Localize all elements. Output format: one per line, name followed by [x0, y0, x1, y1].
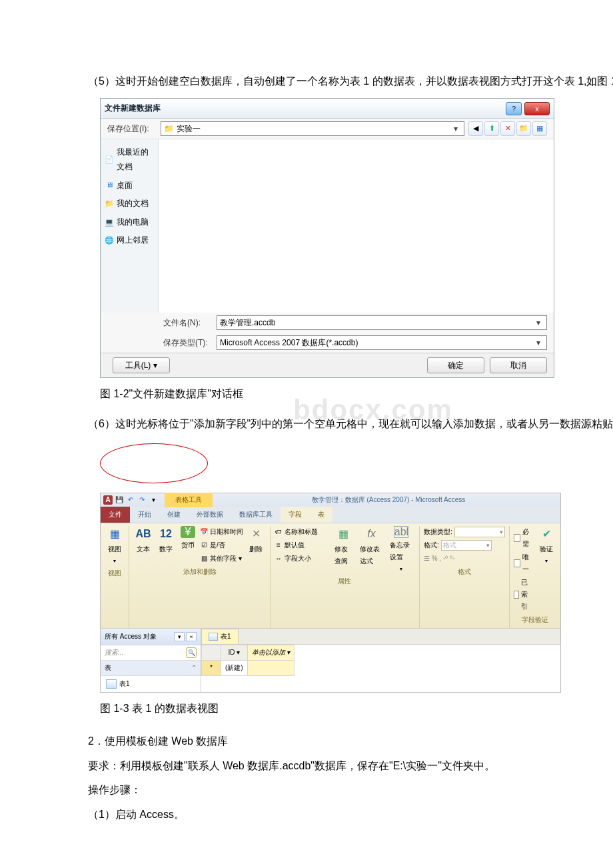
datasheet-area: 表1 ID ▾单击以添加 ▾ *(新建)	[201, 629, 560, 692]
app-title: 教学管理：数据库 (Access 2007) - Microsoft Acces…	[217, 494, 560, 506]
back-icon[interactable]: ◀	[468, 121, 483, 136]
datatype-label: 数据类型:	[424, 526, 452, 538]
nav-dropdown-icon[interactable]: ▾	[174, 632, 185, 641]
save-in-row: 保存位置(I): 📁 实验一 ▾ ◀ ⬆ ✕ 📁 ▦	[101, 119, 554, 139]
delete-field-button[interactable]: ✕删除	[246, 526, 266, 555]
datasheet-grid[interactable]: ID ▾单击以添加 ▾ *(新建)	[201, 645, 295, 676]
number-format-buttons[interactable]: ☰ % , ◦⁰ ⁰◦	[424, 553, 505, 565]
nav-category-tables[interactable]: 表⌃	[101, 661, 201, 676]
contextual-tab-label: 表格工具	[165, 493, 213, 507]
save-in-value: 实验一	[177, 122, 201, 137]
unique-checkbox[interactable]: 唯一	[514, 551, 534, 575]
place-recent[interactable]: 📄我最近的文档	[103, 143, 155, 176]
filename-input[interactable]: 教学管理.accdb▾	[217, 315, 547, 330]
cell-new-id[interactable]: (新建)	[221, 660, 248, 675]
format-label: 格式:	[424, 539, 439, 551]
column-id[interactable]: ID ▾	[221, 645, 248, 660]
modify-lookup-button[interactable]: ▦修改查阅	[332, 526, 355, 567]
tab-table[interactable]: 表	[310, 507, 332, 523]
nav-item-table1[interactable]: 表1	[101, 676, 201, 692]
other-fields-button[interactable]: ▤其他字段 ▾	[200, 553, 243, 565]
more-fields-icon: ▤	[200, 555, 208, 563]
qat-dropdown-icon[interactable]: ▾	[149, 495, 158, 505]
save-in-combo[interactable]: 📁 实验一 ▾	[161, 121, 464, 136]
tab-home[interactable]: 开始	[130, 507, 159, 523]
network-icon: 🌐	[105, 236, 114, 245]
tab-file[interactable]: 文件	[101, 507, 130, 523]
default-icon: ≡	[275, 541, 283, 549]
place-network[interactable]: 🌐网上邻居	[103, 231, 155, 250]
place-mydocs[interactable]: 📁我的文档	[103, 195, 155, 213]
new-row-selector[interactable]: *	[202, 660, 221, 675]
number-icon: 12	[158, 526, 174, 542]
text-field-button[interactable]: AB文本	[133, 526, 153, 555]
close-icon[interactable]: x	[524, 102, 550, 115]
indexed-checkbox[interactable]: 已索引	[514, 577, 534, 613]
places-bar: 📄我最近的文档 🖥桌面 📁我的文档 💻我的电脑 🌐网上邻居	[101, 139, 159, 313]
paragraph-6: （6）这时光标将位于"添加新字段"列中的第一个空单元格中，现在就可以输入添加数据…	[67, 415, 613, 434]
chevron-down-icon[interactable]: ▾	[533, 316, 544, 331]
save-icon[interactable]: 💾	[115, 495, 124, 505]
field-size-button[interactable]: ↔字段大小	[275, 553, 318, 565]
tools-button[interactable]: 工具(L)▾	[113, 357, 170, 373]
datasheet-tab[interactable]: 表1	[201, 629, 239, 644]
views-icon[interactable]: ▦	[532, 121, 547, 136]
new-folder-icon[interactable]: 📁	[516, 121, 531, 136]
yesno-field-button[interactable]: ☑是/否	[200, 539, 243, 551]
currency-field-button[interactable]: ¥货币	[179, 526, 197, 551]
quick-access-toolbar: A 💾 ↶ ↷ ▾	[101, 495, 161, 505]
file-list-area[interactable]	[159, 139, 554, 313]
number-field-button[interactable]: 12数字	[156, 526, 176, 555]
delete-icon[interactable]: ✕	[500, 121, 515, 136]
datetime-field-button[interactable]: 📅日期和时间	[200, 526, 243, 538]
required-checkbox[interactable]: 必需	[514, 526, 534, 550]
currency-icon: ¥	[181, 526, 195, 538]
cancel-button[interactable]: 取消	[490, 357, 547, 373]
chevron-down-icon: ▾	[113, 557, 116, 566]
cell-add-new[interactable]	[247, 660, 295, 675]
validation-button[interactable]: ✔验证▾	[536, 526, 556, 566]
datatype-combo[interactable]: ▾	[454, 527, 505, 537]
name-caption-button[interactable]: 🏷名称和标题	[275, 526, 318, 538]
place-mypc[interactable]: 💻我的电脑	[103, 213, 155, 232]
save-in-label: 保存位置(I):	[107, 122, 157, 137]
modify-expression-button[interactable]: fx修改表达式	[358, 526, 385, 567]
tag-icon: 🏷	[275, 528, 283, 536]
fx-icon: fx	[363, 526, 379, 542]
nav-header[interactable]: 所有 Access 对象▾«	[101, 629, 201, 645]
ribbon-tabs: 文件 开始 创建 外部数据 数据库工具 字段 表	[101, 507, 560, 523]
figure-1-2-caption: 图 1-2"文件新建数据库"对话框	[100, 385, 613, 404]
validation-icon: ✔	[538, 526, 554, 542]
navigation-pane: 所有 Access 对象▾« 搜索...🔍 表⌃ 表1	[101, 629, 201, 692]
access-logo-icon: A	[103, 495, 113, 505]
table-icon	[106, 679, 117, 689]
filetype-combo[interactable]: Microsoft Access 2007 数据库(*.accdb)▾	[217, 335, 547, 350]
tab-create[interactable]: 创建	[159, 507, 189, 523]
ok-button[interactable]: 确定	[427, 357, 484, 373]
search-icon[interactable]: 🔍	[186, 647, 197, 658]
step-1: （1）启动 Access。	[67, 805, 613, 825]
column-add-new[interactable]: 单击以添加 ▾	[247, 645, 295, 660]
memo-settings-button[interactable]: abl备忘录设置▾	[388, 526, 415, 574]
format-combo[interactable]: 格式▾	[441, 540, 492, 551]
section-2-title: 2．使用模板创建 Web 数据库	[67, 732, 613, 751]
mydocs-icon: 📁	[105, 199, 114, 209]
nav-collapse-icon[interactable]: «	[186, 632, 197, 641]
datasheet-view-icon: ▦	[107, 526, 123, 542]
nav-search[interactable]: 搜索...🔍	[101, 645, 201, 661]
dialog-title-bar: 文件新建数据库 ? x	[101, 99, 554, 119]
redo-icon[interactable]: ↷	[137, 495, 147, 505]
tab-fields[interactable]: 字段	[281, 507, 310, 523]
up-icon[interactable]: ⬆	[484, 121, 499, 136]
tab-dbtools[interactable]: 数据库工具	[231, 507, 281, 523]
chevron-down-icon[interactable]: ▾	[450, 122, 461, 137]
chevron-down-icon[interactable]: ▾	[533, 336, 544, 351]
checkbox-icon: ☑	[200, 541, 208, 549]
place-desktop[interactable]: 🖥桌面	[103, 177, 155, 195]
paragraph-5: （5）这时开始创建空白数据库，自动创建了一个名称为表 1 的数据表，并以数据表视…	[67, 72, 613, 91]
help-icon[interactable]: ?	[506, 102, 522, 115]
default-value-button[interactable]: ≡默认值	[275, 539, 318, 551]
undo-icon[interactable]: ↶	[126, 495, 135, 505]
view-button[interactable]: ▦视图▾	[105, 526, 125, 566]
tab-external[interactable]: 外部数据	[189, 507, 231, 523]
